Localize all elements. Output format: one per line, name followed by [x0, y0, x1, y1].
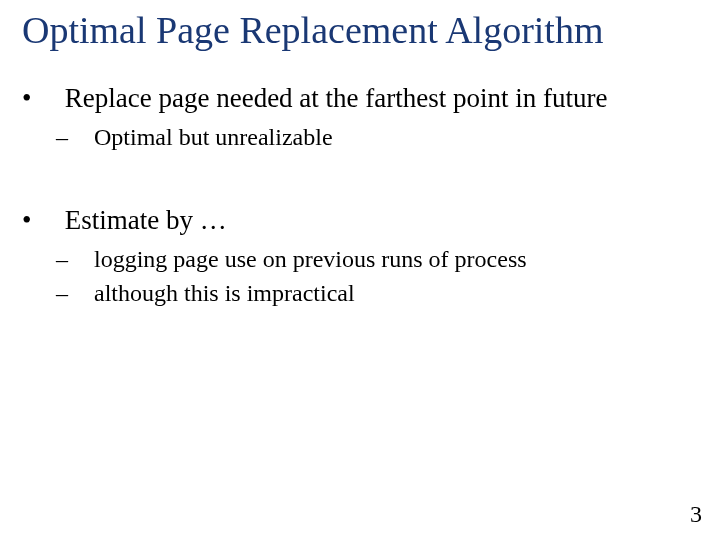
bullet-text: Replace page needed at the farthest poin…	[65, 83, 608, 113]
bullet-text: Optimal but unrealizable	[94, 124, 333, 150]
slide: Optimal Page Replacement Algorithm Repla…	[0, 0, 720, 540]
spacer	[30, 156, 690, 204]
slide-body: Replace page needed at the farthest poin…	[30, 82, 690, 312]
bullet-text: although this is impractical	[94, 280, 355, 306]
bullet-level1: Estimate by …	[30, 204, 690, 238]
bullet-level2: logging page use on previous runs of pro…	[30, 244, 690, 274]
bullet-level2: Optimal but unrealizable	[30, 122, 690, 152]
slide-title: Optimal Page Replacement Algorithm	[22, 8, 604, 52]
bullet-text: logging page use on previous runs of pro…	[94, 246, 527, 272]
bullet-level1: Replace page needed at the farthest poin…	[30, 82, 690, 116]
page-number: 3	[690, 501, 702, 528]
bullet-level2: although this is impractical	[30, 278, 690, 308]
bullet-text: Estimate by …	[65, 205, 227, 235]
